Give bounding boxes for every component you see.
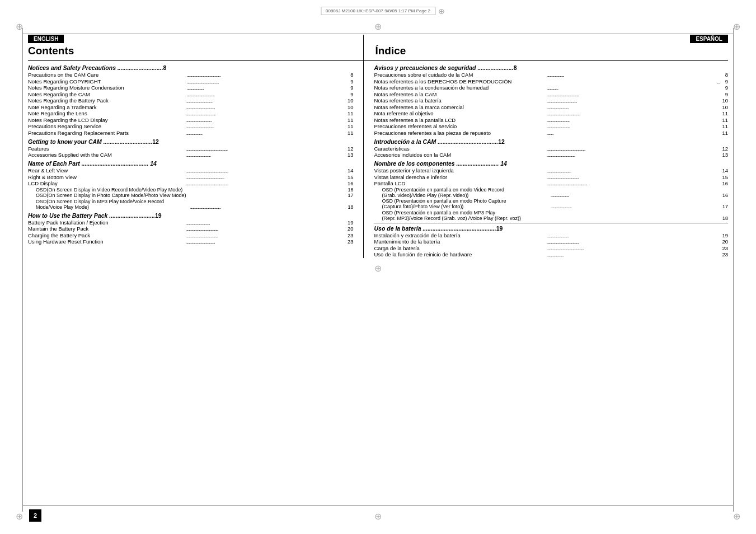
toc-entry-battery-pack: Notes Regarding the Battery Pack .......… (28, 97, 353, 104)
toc-entry-installation: Battery Pack Installation / Ejection ...… (28, 219, 353, 226)
toc-entry-maintain: Maintain the Battery Pack ..............… (28, 226, 353, 232)
toc-entry-moisture: Notes Regarding Moisture Condensation ..… (28, 85, 353, 91)
print-ref: 00906J M2100 UK+ESP-007 9/8/05 1:17 PM P… (321, 7, 435, 15)
margin-line-bot (22, 505, 734, 506)
toc-entry-servicio: Precauciones referentes al servicio ....… (374, 123, 728, 129)
crosshair-right-top: ⊕ (733, 21, 740, 32)
crosshair-bot: ⊕ (374, 511, 382, 522)
toc-entry-cam-esp: Notas referentes a la CAM ..............… (374, 91, 728, 97)
toc-entry-vistas-posterior: Vistas posterior y lateral izquierda ...… (374, 167, 728, 174)
toc-entry-osd-mp3-line1: OSD(On Screen Display in MP3 Play Mode/V… (28, 199, 353, 204)
toc-entry-osd-photo: OSD(On Screen Display in Photo Capture M… (28, 193, 353, 198)
espanol-title: Índice (375, 45, 728, 57)
toc-entry-mantenimiento: Mantenimiento de la batería ............… (374, 238, 728, 245)
right-lang-area: ESPAÑOL Índice (364, 35, 728, 60)
toc-entry-accessories: Accessories Supplied with the CAM ......… (28, 152, 353, 158)
main-content: ENGLISH Contents ESPAÑOL Índice (28, 35, 728, 503)
toc-section-notices-label: Notices and Safety Precautions .........… (28, 64, 353, 71)
toc-entry-osd-mp3-esp-line1: OSD (Presentación en pantalla en modo MP… (374, 210, 728, 216)
columns: Notices and Safety Precautions .........… (28, 60, 728, 258)
toc-entry-osd-mp3-line2: Mode/Voice Play Mode) ..................… (28, 204, 353, 210)
toc-entry-osd-video-esp-line1: OSD (Presentación en pantalla en modo Vi… (374, 187, 728, 193)
toc-entry-osd-mp3-esp-line2: (Repr. MP3)/Voice Record (Grab. voz) /Vo… (374, 216, 728, 221)
toc-entry-accesorios: Accesorios incluidos con la CAM ........… (374, 152, 728, 158)
toc-section-notices: Notices and Safety Precautions .........… (28, 64, 353, 71)
english-title: Contents (28, 45, 352, 57)
espanol-banner: ESPAÑOL (690, 35, 728, 43)
margin-line-top (22, 34, 734, 34)
toc-entry-piezas: Precauciones referentes a las piezas de … (374, 130, 728, 136)
toc-entry-objetivo: Nota referente al objetivo .............… (374, 110, 728, 116)
toc-entry-condensacion: Notas referentes a la condensación de hu… (374, 85, 728, 91)
toc-section-name: Name of Each Part ......................… (28, 160, 353, 167)
crosshair-left-bot: ⊕ (16, 511, 23, 522)
toc-entry-derechos: Notas referentes a los DERECHOS DE REPRO… (374, 78, 728, 85)
toc-entry-replacement: Precautions Regarding Replacement Parts … (28, 130, 353, 136)
toc-entry-marca: Notas referentes a la marca comercial ..… (374, 104, 728, 110)
toc-entry-precauciones-cam: Precauciones sobre el cuidado de la CAM … (374, 72, 728, 78)
toc-section-introduccion: Introducción a la CAM ..................… (374, 138, 728, 145)
toc-entry-vistas-lateral: Vistas lateral derecha e inferior ......… (374, 174, 728, 180)
right-column: Avisos y precauciones de seguridad .....… (364, 61, 728, 258)
toc-entry-pantalla-lcd: Notas referentes a la pantalla LCD .....… (374, 117, 728, 123)
left-column: Notices and Safety Precautions .........… (28, 61, 364, 258)
toc-entry-osd-video: OSD(On Screen Display in Video Record Mo… (28, 187, 353, 193)
margin-line-right (733, 28, 734, 512)
toc-entry-lcddisplay: LCD Display ............................… (28, 180, 353, 186)
toc-entry-instalacion: Instalación y extracción de la batería .… (374, 232, 728, 238)
toc-entry-precautions-cam: Precautions on the CAM Care ............… (28, 72, 353, 78)
page-number: 2 (29, 509, 41, 522)
toc-section-nombre: Nombre de los componentes ..............… (374, 160, 728, 167)
margin-line-left (22, 28, 23, 512)
toc-entry-features: Features ...............................… (28, 146, 353, 152)
toc-entry-osd-photo-esp-line1: OSD (Presentación en pantalla en modo Ph… (374, 198, 728, 204)
english-banner: ENGLISH (28, 35, 64, 43)
toc-entry-pantalla-lcd2: Pantalla LCD ...........................… (374, 180, 728, 186)
toc-entry-carga: Carga de la batería ....................… (374, 245, 728, 251)
page-wrapper: 00906J M2100 UK+ESP-007 9/8/05 1:17 PM P… (0, 0, 756, 534)
crosshair-right-bot: ⊕ (733, 511, 740, 522)
toc-entry-osd-photo-esp-line2: (Captura foto)/Photo View (Ver foto)) ..… (374, 204, 728, 209)
crosshair-left-top: ⊕ (16, 21, 23, 32)
toc-section-battery: How to Use the Battery Pack ............… (28, 212, 353, 219)
toc-entry-charging: Charging the Battery Pack ..............… (28, 232, 353, 238)
toc-entry-lcd: Notes Regarding the LCD Display ........… (28, 117, 353, 123)
toc-section-getting: Getting to know your CAM ...............… (28, 138, 353, 145)
crosshair-top: ⊕ (374, 21, 382, 32)
toc-entry-service: Precautions Regarding Service ..........… (28, 123, 353, 129)
toc-entry-lens: Note Regarding the Lens ................… (28, 110, 353, 116)
toc-entry-copyright: Notes Regarding COPYRIGHT ..............… (28, 78, 353, 85)
toc-section-uso: Uso de la batería ......................… (374, 223, 728, 232)
toc-entry-trademark: Note Regarding a Trademark .............… (28, 104, 353, 110)
toc-entry-reinicio: Uso de la función de reinicio de hardwar… (374, 251, 728, 257)
toc-entry-rear: Rear & Left View .......................… (28, 167, 353, 174)
lang-banner-row: ENGLISH Contents ESPAÑOL Índice (28, 35, 728, 60)
espanol-banner-wrap: ESPAÑOL (375, 35, 728, 44)
toc-entry-osd-video-esp-line2: (Grab. video)/Video Play (Repr. video)) … (374, 193, 728, 198)
toc-entry-reset: Using Hardware Reset Function ..........… (28, 238, 353, 245)
toc-section-avisos: Avisos y precauciones de seguridad .....… (374, 64, 728, 71)
toc-entry-bateria: Notas referentes a la batería ..........… (374, 97, 728, 104)
toc-entry-cam: Notes Regarding the CAM ................… (28, 91, 353, 97)
left-lang-area: ENGLISH Contents (28, 35, 364, 60)
toc-entry-right: Right & Bottom View ....................… (28, 174, 353, 180)
toc-entry-caracteristicas: Características ........................… (374, 146, 728, 152)
